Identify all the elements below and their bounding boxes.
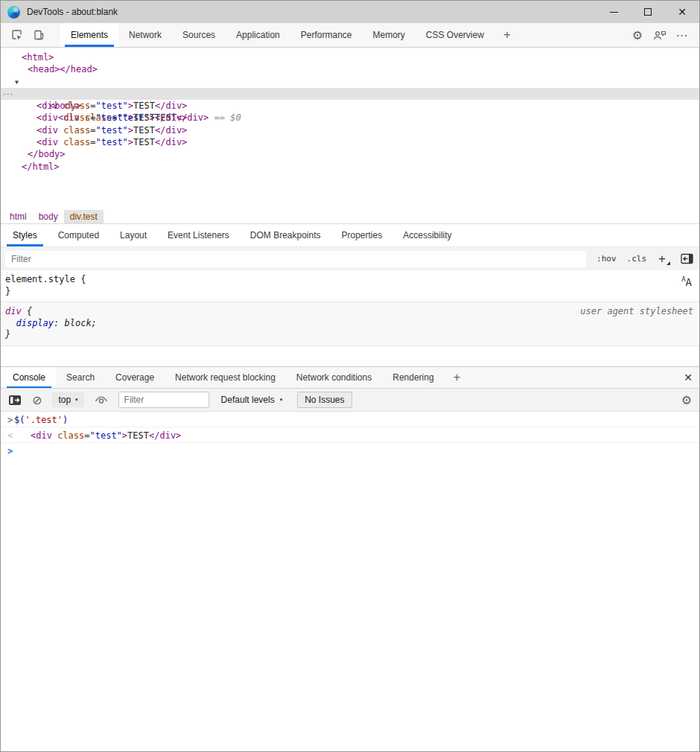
title-bar: DevTools - about:blank ✕ — [1, 1, 699, 23]
tab-css-overview[interactable]: CSS Overview — [416, 23, 494, 47]
window-controls: ✕ — [596, 1, 699, 23]
expand-arrow-icon[interactable]: ▼ — [15, 77, 19, 89]
devtools-window: DevTools - about:blank ✕ Elements Networ… — [0, 0, 700, 752]
clear-icon: ⊘ — [32, 393, 42, 407]
command-text: $('.test') — [14, 415, 68, 425]
maximize-button[interactable] — [631, 1, 665, 23]
css-rule-line: } — [5, 329, 695, 341]
gear-icon: ⚙ — [632, 28, 643, 42]
dom-node-div-selected[interactable]: ··· <div class="test">TEST</div> == $0 — [1, 88, 699, 100]
css-rule-line: element.style { — [5, 274, 695, 286]
settings-button[interactable]: ⚙ — [626, 28, 649, 42]
more-options-button[interactable]: ⋯ — [671, 28, 693, 42]
close-icon: ✕ — [684, 372, 693, 383]
prompt-chevron-icon: > — [1, 446, 14, 456]
tab-application[interactable]: Application — [226, 23, 290, 47]
more-tabs-button[interactable]: + — [494, 23, 520, 47]
tab-rendering[interactable]: Rendering — [382, 367, 444, 388]
sidebar-toggle-icon — [681, 253, 693, 264]
toolbar-right-actions: ⚙ ⋯ — [626, 23, 699, 47]
device-toolbar-button[interactable] — [28, 23, 50, 47]
dom-node-div[interactable]: <div class="test">TEST</div> — [1, 124, 699, 136]
tab-layout[interactable]: Layout — [109, 224, 157, 246]
more-dots-icon: ⋯ — [676, 28, 689, 42]
elements-tree: <html> <head></head> ▼ <body> ··· <div c… — [1, 48, 699, 209]
dom-node-html-close[interactable]: </html> — [1, 161, 699, 173]
dom-node-div[interactable]: <div class="test">TEST</div> — [1, 136, 699, 148]
console-settings-button[interactable]: ⚙ — [681, 393, 692, 407]
breadcrumb-html[interactable]: html — [4, 210, 33, 223]
chevron-down-icon: ▾ — [75, 397, 78, 403]
styles-pane: element.style { } AA div { display: bloc… — [1, 270, 699, 367]
tab-performance[interactable]: Performance — [290, 23, 363, 47]
dom-node-body-open[interactable]: ▼ <body> — [1, 76, 699, 88]
tab-console[interactable]: Console — [2, 367, 56, 388]
toggle-computed-sidebar-button[interactable] — [681, 253, 693, 264]
tab-sources[interactable]: Sources — [172, 23, 226, 47]
element-style-rule[interactable]: element.style { } AA — [1, 270, 699, 302]
more-drawer-tabs-button[interactable]: + — [445, 367, 470, 388]
console-filter-input[interactable] — [118, 392, 209, 408]
dom-node-body-close[interactable]: </body> — [1, 148, 699, 160]
feedback-button[interactable] — [649, 29, 671, 41]
tab-computed[interactable]: Computed — [48, 224, 109, 246]
issues-counter[interactable]: No Issues — [297, 392, 351, 408]
styles-filter-input[interactable] — [5, 251, 586, 267]
tab-coverage[interactable]: Coverage — [105, 367, 165, 388]
device-toolbar-icon — [33, 29, 45, 42]
feedback-icon — [653, 29, 666, 41]
javascript-context-selector[interactable]: top ▾ — [52, 392, 83, 407]
console-prompt-row[interactable]: > — [1, 443, 699, 459]
main-toolbar: Elements Network Sources Application Per… — [1, 23, 699, 48]
tab-memory[interactable]: Memory — [363, 23, 416, 47]
console-result-row[interactable]: < <div class="test">TEST</div> — [1, 427, 699, 443]
node-actions-dots-icon[interactable]: ··· — [3, 88, 13, 100]
command-chevron-icon: > — [1, 415, 14, 425]
breadcrumb-body[interactable]: body — [33, 210, 64, 223]
tab-network[interactable]: Network — [118, 23, 172, 47]
console-messages: > $('.test') < <div class="test">TEST</d… — [1, 412, 699, 459]
maximize-icon — [644, 8, 652, 16]
styles-filter-bar: :hov .cls + — [1, 247, 699, 270]
tab-accessibility[interactable]: Accessibility — [392, 224, 462, 246]
breadcrumb-div-test[interactable]: div.test — [64, 210, 104, 223]
levels-label: Default levels — [221, 395, 275, 405]
tab-network-request-blocking[interactable]: Network request blocking — [165, 367, 286, 388]
user-agent-style-rule[interactable]: div { display: block; } user agent style… — [1, 302, 699, 346]
inspect-element-button[interactable] — [5, 23, 28, 47]
close-icon: ✕ — [678, 7, 687, 17]
tab-dom-breakpoints[interactable]: DOM Breakpoints — [240, 224, 331, 246]
tab-search[interactable]: Search — [56, 367, 105, 388]
tab-event-listeners[interactable]: Event Listeners — [157, 224, 240, 246]
context-label: top — [58, 395, 71, 405]
close-drawer-button[interactable]: ✕ — [677, 367, 699, 388]
drawer-tab-strip: Console Search Coverage Network request … — [1, 367, 699, 389]
console-command-row[interactable]: > $('.test') — [1, 412, 699, 427]
dom-node-div[interactable]: <div class="test">TEST</div> — [1, 112, 699, 124]
styles-tab-strip: Styles Computed Layout Event Listeners D… — [1, 224, 699, 247]
close-button[interactable]: ✕ — [665, 1, 699, 23]
tab-styles[interactable]: Styles — [2, 224, 48, 246]
clear-console-button[interactable]: ⊘ — [32, 393, 42, 407]
console-sidebar-toggle-button[interactable] — [8, 395, 22, 406]
tab-network-conditions[interactable]: Network conditions — [286, 367, 382, 388]
toggle-pseudo-state-button[interactable]: :hov — [596, 254, 617, 264]
new-style-rule-button[interactable]: + — [658, 252, 670, 267]
log-levels-dropdown[interactable]: Default levels ▾ — [221, 395, 283, 405]
tab-properties[interactable]: Properties — [331, 224, 393, 246]
dom-node-head[interactable]: <head></head> — [1, 63, 699, 75]
minimize-icon — [610, 12, 618, 13]
dom-node-html-open[interactable]: <html> — [1, 51, 699, 63]
toggle-element-classes-button[interactable]: .cls — [627, 254, 647, 264]
edge-logo-icon — [7, 6, 20, 19]
dom-node-div[interactable]: <div class="test">TEST</div> — [1, 100, 699, 112]
font-editor-icon[interactable]: AA — [681, 276, 692, 287]
minimize-button[interactable] — [596, 1, 631, 23]
tab-elements[interactable]: Elements — [60, 23, 118, 47]
result-chevron-icon: < — [1, 430, 14, 441]
console-sidebar-icon — [8, 395, 22, 406]
eye-icon — [95, 395, 108, 405]
stylesheet-origin-label: user agent stylesheet — [580, 306, 693, 316]
create-live-expression-button[interactable] — [95, 395, 108, 405]
window-title: DevTools - about:blank — [27, 7, 118, 17]
